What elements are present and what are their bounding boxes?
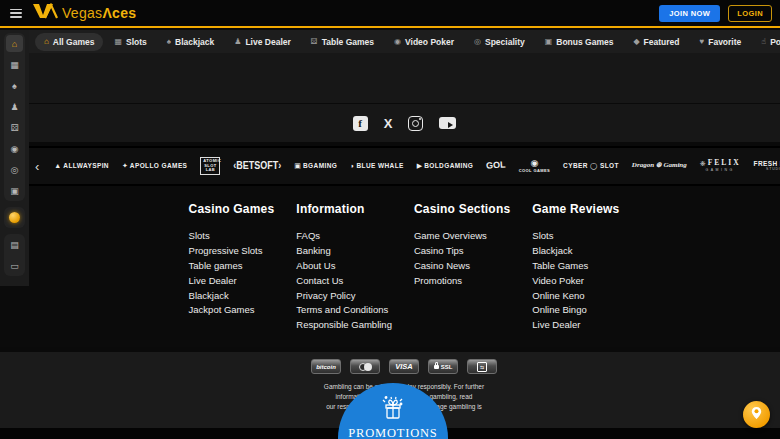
brand-mark-icon (32, 3, 58, 23)
sidebar-item-speciality[interactable]: ◎ (6, 161, 23, 178)
footer-link-table-games[interactable]: Table Games (532, 260, 619, 272)
diamond-icon: ◆ (633, 38, 639, 46)
sidebar-item-gold-coins[interactable] (6, 209, 23, 226)
brand-logo[interactable]: VegasΛces (32, 3, 136, 23)
dealer-icon: ♟ (234, 38, 241, 46)
footer-link-slots[interactable]: Slots (532, 230, 619, 242)
footer-link-contact-us[interactable]: Contact Us (296, 275, 392, 287)
footer-link-privacy-policy[interactable]: Privacy Policy (296, 290, 392, 302)
provider-name: ‹BETSOFT› (233, 160, 281, 172)
footer-link-about-us[interactable]: About Us (296, 260, 392, 272)
nav-tab-all-games[interactable]: ⌂All Games (35, 33, 103, 51)
footer-link-table-games[interactable]: Table games (189, 260, 275, 272)
footer-link-terms-and-conditions[interactable]: Terms and Conditions (296, 304, 392, 316)
nav-tab-speciality[interactable]: ◎Speciality (465, 33, 534, 51)
sidebar-item-bonus-games[interactable]: ▣ (6, 182, 23, 199)
footer-link-live-dealer[interactable]: Live Dealer (189, 275, 275, 287)
nav-tab-slots[interactable]: ▦Slots (105, 33, 155, 51)
footer-link-online-bingo[interactable]: Online Bingo (532, 304, 619, 316)
footer-link-online-keno[interactable]: Online Keno (532, 290, 619, 302)
provider-icon: ❈ (700, 160, 706, 168)
sidebar-item-table-games[interactable]: ⚄ (6, 119, 23, 136)
footer-link-blackjack[interactable]: Blackjack (189, 290, 275, 302)
instagram-icon[interactable] (408, 116, 423, 131)
footer-link-faqs[interactable]: FAQs (296, 230, 392, 242)
slot-machine-icon: ▦ (10, 60, 19, 70)
footer-link-game-overviews[interactable]: Game Overviews (414, 230, 510, 242)
payment-badge-mastercard[interactable] (350, 359, 380, 374)
payment-badge-bitcoin[interactable]: bitcoin (311, 359, 341, 374)
nav-tab-table-games[interactable]: ⚄Table Games (302, 33, 383, 51)
carousel-prev-icon[interactable]: ‹ (33, 160, 41, 173)
provider-logo-felix: ❈FELIXGAMING (700, 159, 741, 172)
payment-badge-bank-transfer[interactable]: ⇆ (467, 359, 497, 374)
provider-logo-gol: GOL (486, 161, 506, 171)
nav-tab-featured[interactable]: ◆Featured (624, 33, 688, 51)
provider-name: BOLDGAMING (424, 162, 473, 169)
sidebar-item-casino-news[interactable]: ▭ (6, 257, 23, 274)
nav-tab-bonus-games[interactable]: ▣Bonus Games (536, 33, 623, 51)
footer-column-title: Casino Games (189, 202, 275, 216)
chips-icon: ◎ (474, 38, 481, 46)
footer-link-promotions[interactable]: Promotions (414, 275, 510, 287)
nav-tab-popular[interactable]: ☝Popular (752, 33, 780, 51)
provider-name: ALLWAYSPIN (63, 162, 109, 169)
sidebar-item-game-guides[interactable]: ▤ (6, 236, 23, 253)
providers-carousel: ‹ ▲ALLWAYSPIN✦APOLLO GAMESATOMIC SLOT LA… (29, 146, 780, 186)
payment-badge-ssl-secure[interactable]: SSL (428, 359, 458, 374)
footer-link-video-poker[interactable]: Video Poker (532, 275, 619, 287)
x-twitter-icon[interactable]: X (384, 116, 393, 131)
footer-links-section: Casino GamesSlotsProgressive SlotsTable … (0, 186, 780, 347)
footer-link-jackpot-games[interactable]: Jackpot Games (189, 304, 275, 316)
provider-name: ATOMIC SLOT LAB (200, 157, 220, 175)
footer-column-game-reviews: Game ReviewsSlotsBlackjackTable GamesVid… (532, 202, 619, 334)
heart-badge-icon: ♥ (699, 38, 704, 46)
footer-column-title: Game Reviews (532, 202, 619, 216)
footer-column-title: Information (296, 202, 392, 216)
payment-badge-visa[interactable]: VISA (389, 359, 419, 374)
payment-label: bitcoin (316, 364, 336, 370)
nav-tab-blackjack[interactable]: ♠Blackjack (158, 33, 223, 51)
youtube-icon[interactable] (439, 117, 456, 129)
nav-tab-live-dealer[interactable]: ♟Live Dealer (225, 33, 300, 51)
cards-icon: ♠ (12, 81, 17, 91)
nav-tab-video-poker[interactable]: ◉Video Poker (385, 33, 463, 51)
chips-icon: ◎ (11, 165, 19, 175)
bank-transfer-icon: ⇆ (477, 362, 487, 372)
sidebar-item-slots[interactable]: ▦ (6, 56, 23, 73)
footer-link-progressive-slots[interactable]: Progressive Slots (189, 245, 275, 257)
facebook-icon[interactable]: f (353, 116, 368, 131)
footer-link-slots[interactable]: Slots (189, 230, 275, 242)
join-now-button[interactable]: JOIN NOW (659, 5, 720, 22)
poker-chip-icon: ◉ (394, 38, 401, 46)
menu-icon[interactable] (10, 9, 22, 18)
footer-link-casino-tips[interactable]: Casino Tips (414, 245, 510, 257)
nav-tab-label: Featured (644, 37, 680, 47)
cards-icon: ♠ (167, 38, 171, 46)
sidebar-item-blackjack[interactable]: ♠ (6, 77, 23, 94)
footer-column-title: Casino Sections (414, 202, 510, 216)
book-icon: ▤ (10, 240, 19, 250)
sidebar-item-live-dealer[interactable]: ♟ (6, 98, 23, 115)
slot-machine-icon: ▦ (114, 38, 122, 46)
nav-tab-label: Blackjack (175, 37, 214, 47)
footer-link-blackjack[interactable]: Blackjack (532, 245, 619, 257)
support-chat-button[interactable] (743, 401, 770, 428)
nav-tab-label: Live Dealer (245, 37, 290, 47)
home-icon: ⌂ (44, 38, 49, 46)
nav-tab-favorite[interactable]: ♥Favorite (690, 33, 750, 51)
footer-link-responsible-gambling[interactable]: Responsible Gambling (296, 319, 392, 331)
sidebar-item-all-games[interactable]: ⌂ (6, 35, 23, 52)
mastercard-icon (359, 363, 372, 371)
footer-link-banking[interactable]: Banking (296, 245, 392, 257)
footer-link-casino-news[interactable]: Casino News (414, 260, 510, 272)
login-button[interactable]: LOGIN (728, 5, 772, 22)
sidebar-item-video-poker[interactable]: ◉ (6, 140, 23, 157)
footer-link-live-dealer[interactable]: Live Dealer (532, 319, 619, 331)
footer-column-casino-games: Casino GamesSlotsProgressive SlotsTable … (189, 202, 275, 334)
provider-logo-apollo-games: ✦APOLLO GAMES (122, 162, 187, 170)
provider-icon: ▲ (54, 162, 61, 170)
footer-column-information: InformationFAQsBankingAbout UsContact Us… (296, 202, 392, 334)
home-icon: ⌂ (12, 39, 17, 49)
payment-label: SSL (441, 364, 453, 370)
